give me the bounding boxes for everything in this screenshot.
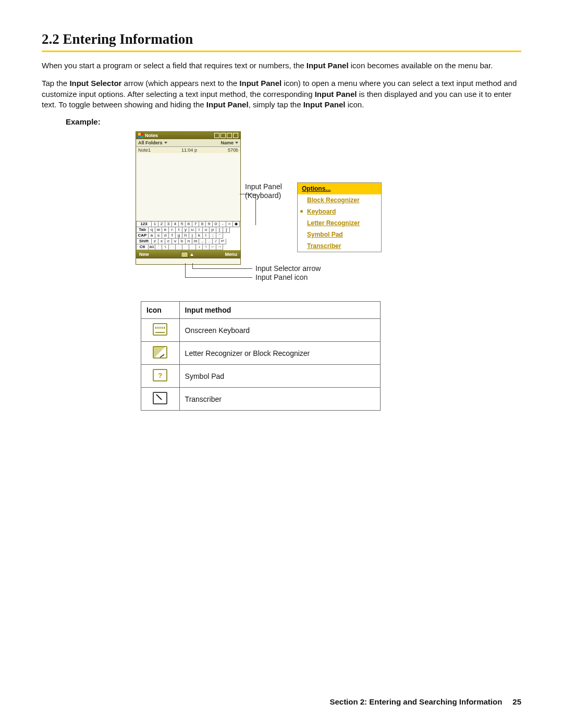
key[interactable]: →: [216, 244, 223, 250]
table-header-icon: Icon: [141, 302, 180, 319]
key[interactable]: p: [210, 227, 216, 233]
key[interactable]: x: [158, 239, 165, 244]
key[interactable]: \: [162, 244, 169, 250]
device-softkeys: New Menu: [136, 250, 240, 258]
key[interactable]: i: [196, 227, 203, 233]
key[interactable]: 0: [213, 221, 219, 227]
popup-item-symbol-pad[interactable]: Symbol Pad: [298, 229, 381, 240]
method-label: Onscreen Keyboard: [179, 319, 380, 342]
key[interactable]: Shift: [136, 239, 152, 244]
key[interactable]: [189, 244, 196, 250]
key[interactable]: s: [155, 233, 162, 239]
key[interactable]: u: [189, 227, 196, 233]
key[interactable]: ': [216, 233, 223, 239]
key[interactable]: ↓: [196, 244, 203, 250]
key[interactable]: t: [176, 227, 182, 233]
callout-panel-icon: Input Panel icon: [255, 273, 308, 282]
intro-paragraph-2: Tap the Input Selector arrow (which appe…: [42, 78, 521, 110]
key[interactable]: e: [162, 227, 169, 233]
volume-icon: [227, 133, 232, 138]
key[interactable]: ,: [199, 239, 206, 244]
page-footer: Section 2: Entering and Searching Inform…: [42, 697, 521, 706]
folders-dropdown[interactable]: All Folders: [138, 140, 167, 145]
key[interactable]: -: [219, 221, 226, 227]
key[interactable]: Ctl: [136, 244, 149, 250]
key[interactable]: j: [189, 233, 196, 239]
key[interactable]: k: [196, 233, 203, 239]
table-row: Symbol Pad: [141, 365, 381, 388]
key[interactable]: 123: [136, 221, 152, 227]
note-row[interactable]: Note1 11:04 p 570b: [136, 147, 240, 153]
key[interactable]: áü: [149, 244, 155, 250]
popup-item-block-recognizer[interactable]: Block Recognizer: [298, 194, 381, 206]
softkey-new[interactable]: New: [139, 252, 149, 257]
table-header-method: Input method: [179, 302, 380, 319]
onscreen-keyboard[interactable]: 1231234567890-=◆Tabqwertyuiop[]CAPasdfgh…: [136, 221, 240, 250]
key[interactable]: m: [192, 239, 199, 244]
key[interactable]: ↵: [219, 239, 226, 244]
note-size: 570b: [228, 147, 238, 153]
key[interactable]: n: [186, 239, 192, 244]
key[interactable]: [182, 244, 189, 250]
key[interactable]: r: [169, 227, 176, 233]
key[interactable]: ;: [210, 233, 216, 239]
key[interactable]: 8: [199, 221, 206, 227]
key[interactable]: [: [216, 227, 223, 233]
footer-page-number: 25: [512, 697, 521, 706]
key[interactable]: q: [149, 227, 155, 233]
app-title: Notes: [145, 133, 158, 138]
key[interactable]: w: [155, 227, 162, 233]
device-mock: Notes All Folders Name Note1 11:04 p 570…: [136, 131, 241, 265]
footer-section: Section 2: Entering and Searching Inform…: [329, 697, 502, 706]
softkey-menu[interactable]: Menu: [225, 252, 237, 257]
device-titlebar: Notes: [136, 132, 240, 139]
key[interactable]: 4: [172, 221, 179, 227]
start-flag-icon: [138, 133, 143, 138]
key[interactable]: 7: [192, 221, 199, 227]
key[interactable]: ↑: [203, 244, 210, 250]
key[interactable]: g: [176, 233, 182, 239]
key[interactable]: ◆: [233, 221, 240, 227]
key[interactable]: 6: [186, 221, 192, 227]
tr-icon: [153, 392, 167, 404]
input-selector-arrow-icon[interactable]: [190, 253, 193, 256]
key[interactable]: v: [172, 239, 179, 244]
chevron-down-icon: [164, 142, 167, 144]
key[interactable]: CAP: [136, 233, 149, 239]
key[interactable]: .: [206, 239, 213, 244]
note-time: 11:04 p: [181, 147, 197, 153]
key[interactable]: ]: [223, 227, 230, 233]
key[interactable]: b: [179, 239, 186, 244]
key[interactable]: 5: [179, 221, 186, 227]
popup-item-keyboard[interactable]: Keyboard: [298, 206, 381, 217]
key[interactable]: f: [169, 233, 176, 239]
key[interactable]: ←: [210, 244, 216, 250]
key[interactable]: `: [155, 244, 162, 250]
leader-line: [185, 277, 252, 278]
key[interactable]: l: [203, 233, 210, 239]
input-panel-icon[interactable]: [181, 252, 188, 257]
key[interactable]: y: [182, 227, 189, 233]
popup-item-transcriber[interactable]: Transcriber: [298, 240, 381, 252]
key[interactable]: d: [162, 233, 169, 239]
key[interactable]: 2: [158, 221, 165, 227]
key[interactable]: c: [165, 239, 172, 244]
key[interactable]: [169, 244, 176, 250]
key[interactable]: 9: [206, 221, 213, 227]
key[interactable]: Tab: [136, 227, 149, 233]
key[interactable]: z: [152, 239, 158, 244]
key[interactable]: a: [149, 233, 155, 239]
key[interactable]: 3: [165, 221, 172, 227]
popup-item-letter-recognizer[interactable]: Letter Recognizer: [298, 217, 381, 229]
example-label: Example:: [66, 117, 521, 126]
sort-dropdown[interactable]: Name: [221, 140, 238, 145]
note-name: Note1: [138, 147, 151, 153]
key[interactable]: /: [213, 239, 219, 244]
key[interactable]: =: [226, 221, 233, 227]
key[interactable]: h: [182, 233, 189, 239]
key[interactable]: o: [203, 227, 210, 233]
popup-options[interactable]: Options...: [298, 183, 381, 194]
key[interactable]: [176, 244, 182, 250]
key[interactable]: 1: [152, 221, 158, 227]
sym-icon: [153, 369, 167, 381]
